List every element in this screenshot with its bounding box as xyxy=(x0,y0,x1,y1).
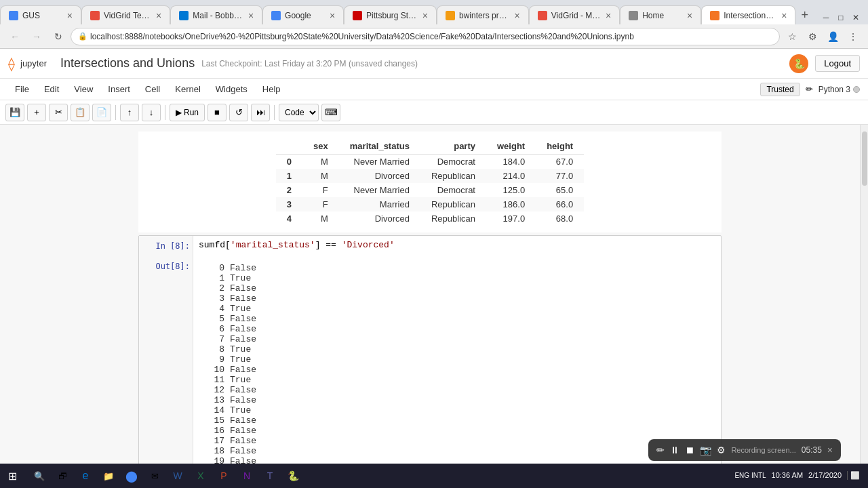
tab-gus[interactable]: GUS × xyxy=(0,5,81,24)
restore-button[interactable]: □ xyxy=(834,11,848,24)
reload-button[interactable]: ↻ xyxy=(49,27,68,46)
menu-insert[interactable]: Insert xyxy=(101,81,137,97)
cell-marital: Never Married xyxy=(339,155,420,169)
close-window-button[interactable]: ✕ xyxy=(849,11,863,24)
tab-intersections[interactable]: Intersections an... × xyxy=(701,5,795,24)
move-down-button[interactable]: ↓ xyxy=(142,104,161,121)
minimize-button[interactable]: ─ xyxy=(819,11,833,24)
cut-button[interactable]: ✂ xyxy=(49,104,68,121)
nav-actions: ☆ ⚙ 👤 ⋮ xyxy=(783,27,863,46)
cell-height: 65.0 xyxy=(536,183,584,197)
copy-button[interactable]: 📋 xyxy=(71,104,90,121)
start-button[interactable]: ⊞ xyxy=(3,465,27,487)
camera-record-icon[interactable]: 📷 xyxy=(700,445,711,455)
cell-type-select[interactable]: Code xyxy=(279,104,319,121)
tab-google[interactable]: Google × xyxy=(262,5,344,24)
menu-cell[interactable]: Cell xyxy=(138,81,167,97)
tab-close-pittsburg[interactable]: × xyxy=(422,10,428,21)
tab-bwinters[interactable]: bwinters projec... × xyxy=(437,5,529,24)
edit-record-icon[interactable]: ✏ xyxy=(656,445,665,455)
menu-edit[interactable]: Edit xyxy=(37,81,66,97)
settings-record-icon[interactable]: ⚙ xyxy=(717,445,726,455)
excel-taskbar-icon[interactable]: X xyxy=(190,465,212,487)
menu-view[interactable]: View xyxy=(67,81,100,97)
output-idx: 15 xyxy=(204,415,224,426)
keyboard-shortcuts-button[interactable]: ⌨ xyxy=(321,104,340,121)
move-up-button[interactable]: ↑ xyxy=(120,104,139,121)
cell-weight: 197.0 xyxy=(486,211,536,226)
new-tab-button[interactable]: + xyxy=(795,5,814,24)
input-prompt-8: In [8]: xyxy=(139,236,193,256)
tab-home[interactable]: Home × xyxy=(620,5,701,24)
tab-close-google[interactable]: × xyxy=(330,10,335,21)
scrollbar-thumb[interactable] xyxy=(862,131,867,186)
python-taskbar-icon[interactable]: 🐍 xyxy=(282,465,304,487)
show-desktop-button[interactable]: ⬜ xyxy=(847,471,860,480)
onenote-taskbar-icon[interactable]: N xyxy=(236,465,258,487)
profile-icon[interactable]: 👤 xyxy=(823,27,842,46)
bookmark-icon[interactable]: ☆ xyxy=(783,27,802,46)
tab-vidgrid-my[interactable]: VidGrid - My G... × xyxy=(529,5,620,24)
tab-close-mail[interactable]: × xyxy=(248,10,254,21)
menu-file[interactable]: File xyxy=(8,81,36,97)
file-explorer-icon[interactable]: 📁 xyxy=(98,465,119,487)
output-row-item: 1 True xyxy=(204,273,710,283)
trusted-button[interactable]: Trusted xyxy=(760,83,800,96)
tab-favicon-intersections xyxy=(710,11,719,20)
menu-icon[interactable]: ⋮ xyxy=(844,27,863,46)
code-content-8[interactable]: sumfd['marital_status'] == 'Divorced' xyxy=(193,236,721,256)
forward-button[interactable]: → xyxy=(27,27,46,46)
scrollbar[interactable] xyxy=(860,125,868,464)
restart-button[interactable]: ↺ xyxy=(229,104,248,121)
powerpoint-taskbar-icon[interactable]: P xyxy=(213,465,235,487)
search-taskbar-icon[interactable]: 🔍 xyxy=(28,465,50,487)
tab-pittsburg[interactable]: Pittsburg State ... × xyxy=(344,5,437,24)
tab-close-bwinters[interactable]: × xyxy=(515,10,520,21)
add-cell-button[interactable]: + xyxy=(27,104,46,121)
menu-kernel[interactable]: Kernel xyxy=(168,81,208,97)
mail-taskbar-icon[interactable]: ✉ xyxy=(144,465,165,487)
pause-record-icon[interactable]: ⏸ xyxy=(670,445,679,455)
tab-close-gus[interactable]: × xyxy=(67,10,73,21)
run-icon: ▶ xyxy=(176,108,182,117)
cell-weight: 214.0 xyxy=(486,169,536,183)
cell-height: 66.0 xyxy=(536,197,584,211)
extensions-icon[interactable]: ⚙ xyxy=(803,27,822,46)
interrupt-button[interactable]: ■ xyxy=(208,104,226,121)
output-row-item: 12 False xyxy=(204,385,710,395)
word-taskbar-icon[interactable]: W xyxy=(167,465,189,487)
run-button[interactable]: ▶ Run xyxy=(170,104,205,121)
output-val: False xyxy=(230,385,256,395)
edge-icon[interactable]: e xyxy=(75,465,96,487)
notebook-content[interactable]: sex marital_status party weight height 0… xyxy=(0,125,860,464)
save-button[interactable]: 💾 xyxy=(5,104,24,121)
tab-close-home[interactable]: × xyxy=(687,10,692,21)
paste-button[interactable]: 📄 xyxy=(92,104,111,121)
teams-taskbar-icon[interactable]: T xyxy=(259,465,281,487)
output-val: False xyxy=(230,334,256,344)
tab-mail[interactable]: Mail - Bobby W... × xyxy=(170,5,262,24)
address-bar[interactable]: 🔒 localhost:8888/notebooks/OneDrive%20-%… xyxy=(71,28,780,45)
output-val: True xyxy=(230,354,251,365)
chrome-taskbar-icon[interactable]: ⬤ xyxy=(121,465,142,487)
tab-vidgrid-teacher[interactable]: VidGrid Teacher × xyxy=(81,5,170,24)
back-button[interactable]: ← xyxy=(5,27,24,46)
tab-close-vidgrid-teacher[interactable]: × xyxy=(156,10,161,21)
code-text-8[interactable]: sumfd['marital_status'] == 'Divorced' xyxy=(199,240,715,250)
logout-button[interactable]: Logout xyxy=(815,55,860,72)
tab-close-intersections[interactable]: × xyxy=(781,10,787,21)
code-cell-8[interactable]: In [8]: sumfd['marital_status'] == 'Divo… xyxy=(138,235,722,464)
kernel-info: Python 3 xyxy=(818,85,860,94)
tab-label-pittsburg: Pittsburg State ... xyxy=(366,11,418,20)
restart-run-button[interactable]: ⏭ xyxy=(251,104,270,121)
task-view-icon[interactable]: 🗗 xyxy=(52,465,73,487)
cell-sex: M xyxy=(302,169,339,183)
recording-close[interactable]: × xyxy=(827,445,833,455)
tab-close-vidgrid-my[interactable]: × xyxy=(606,10,611,21)
menu-help[interactable]: Help xyxy=(256,81,288,97)
jupyter-menu: File Edit View Insert Cell Kernel Widget… xyxy=(0,79,868,100)
output-row-item: 19 False xyxy=(204,456,710,464)
menu-widgets[interactable]: Widgets xyxy=(209,81,254,97)
cell-weight: 184.0 xyxy=(486,155,536,169)
stop-record-icon[interactable]: ⏹ xyxy=(685,445,694,455)
